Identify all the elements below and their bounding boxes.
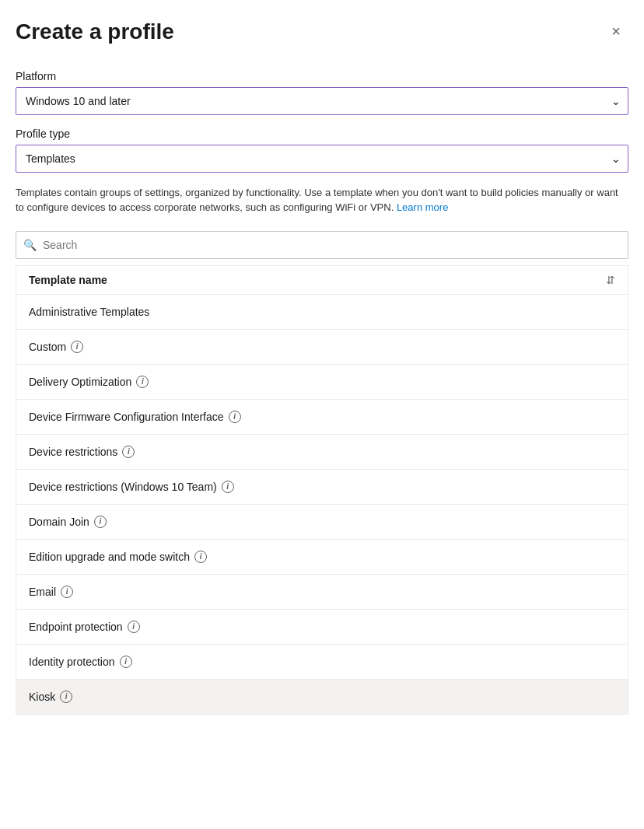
search-container: 🔍 xyxy=(16,231,628,259)
table-row[interactable]: Delivery Optimization i xyxy=(16,365,628,400)
close-button[interactable]: × xyxy=(604,19,628,44)
row-label: Edition upgrade and mode switch xyxy=(29,551,190,563)
row-content: Administrative Templates xyxy=(29,306,149,318)
row-label: Device restrictions (Windows 10 Team) xyxy=(29,481,217,493)
info-icon[interactable]: i xyxy=(229,411,241,423)
platform-label: Platform xyxy=(16,70,628,82)
table-row[interactable]: Edition upgrade and mode switch i xyxy=(16,540,628,575)
profile-type-select-wrapper: Templates Settings catalog Administrativ… xyxy=(16,145,628,173)
table-row[interactable]: Email i xyxy=(16,575,628,610)
platform-field-group: Platform Windows 10 and later Windows 8.… xyxy=(16,70,628,115)
platform-select[interactable]: Windows 10 and later Windows 8.1 and lat… xyxy=(16,87,628,115)
info-icon[interactable]: i xyxy=(94,516,107,528)
row-content: Device Firmware Configuration Interface … xyxy=(29,411,241,423)
info-icon[interactable]: i xyxy=(122,446,135,458)
row-content: Custom i xyxy=(29,341,83,353)
info-icon[interactable]: i xyxy=(61,586,73,598)
row-label: Delivery Optimization xyxy=(29,376,131,388)
row-content: Kiosk i xyxy=(29,691,72,703)
learn-more-link[interactable]: Learn more xyxy=(397,201,448,213)
info-icon[interactable]: i xyxy=(128,621,140,633)
row-content: Device restrictions i xyxy=(29,446,135,458)
info-icon[interactable]: i xyxy=(222,481,234,493)
description-text-main: Templates contain groups of settings, or… xyxy=(16,187,618,214)
row-content: Domain Join i xyxy=(29,516,107,528)
row-label: Domain Join xyxy=(29,516,89,528)
row-label: Kiosk xyxy=(29,691,55,703)
row-content: Edition upgrade and mode switch i xyxy=(29,551,207,563)
table-row[interactable]: Device Firmware Configuration Interface … xyxy=(16,400,628,435)
table-row[interactable]: Domain Join i xyxy=(16,505,628,540)
row-label: Device Firmware Configuration Interface xyxy=(29,411,224,423)
sort-icon[interactable]: ⇵ xyxy=(606,274,615,286)
table-row[interactable]: Kiosk i xyxy=(16,680,628,714)
info-icon[interactable]: i xyxy=(71,341,83,353)
row-content: Email i xyxy=(29,586,73,598)
row-content: Device restrictions (Windows 10 Team) i xyxy=(29,481,234,493)
row-label: Endpoint protection xyxy=(29,621,123,633)
template-name-column-header: Template name xyxy=(29,274,107,286)
profile-type-select[interactable]: Templates Settings catalog Administrativ… xyxy=(16,145,628,173)
create-profile-dialog: Create a profile × Platform Windows 10 a… xyxy=(0,0,644,829)
info-icon[interactable]: i xyxy=(194,551,207,563)
row-content: Delivery Optimization i xyxy=(29,376,149,388)
profile-type-label: Profile type xyxy=(16,128,628,140)
table-header-row: Template name ⇵ xyxy=(16,266,628,295)
row-label: Email xyxy=(29,586,56,598)
row-content: Identity protection i xyxy=(29,656,132,668)
table-row[interactable]: Endpoint protection i xyxy=(16,610,628,645)
row-label: Identity protection xyxy=(29,656,115,668)
table-row[interactable]: Device restrictions (Windows 10 Team) i xyxy=(16,470,628,505)
row-label: Custom xyxy=(29,341,66,353)
templates-table: Template name ⇵ Administrative Templates… xyxy=(16,265,628,715)
info-icon[interactable]: i xyxy=(136,376,149,388)
row-label: Administrative Templates xyxy=(29,306,149,318)
table-row[interactable]: Custom i xyxy=(16,330,628,365)
info-icon[interactable]: i xyxy=(120,656,132,668)
table-row[interactable]: Identity protection i xyxy=(16,645,628,680)
table-row[interactable]: Administrative Templates xyxy=(16,295,628,330)
platform-select-wrapper: Windows 10 and later Windows 8.1 and lat… xyxy=(16,87,628,115)
table-row[interactable]: Device restrictions i xyxy=(16,435,628,470)
search-input[interactable] xyxy=(16,231,628,259)
dialog-title: Create a profile xyxy=(16,19,174,45)
templates-description: Templates contain groups of settings, or… xyxy=(16,185,628,215)
info-icon[interactable]: i xyxy=(60,691,72,703)
profile-type-field-group: Profile type Templates Settings catalog … xyxy=(16,128,628,173)
row-label: Device restrictions xyxy=(29,446,117,458)
dialog-header: Create a profile × xyxy=(16,19,628,45)
row-content: Endpoint protection i xyxy=(29,621,140,633)
